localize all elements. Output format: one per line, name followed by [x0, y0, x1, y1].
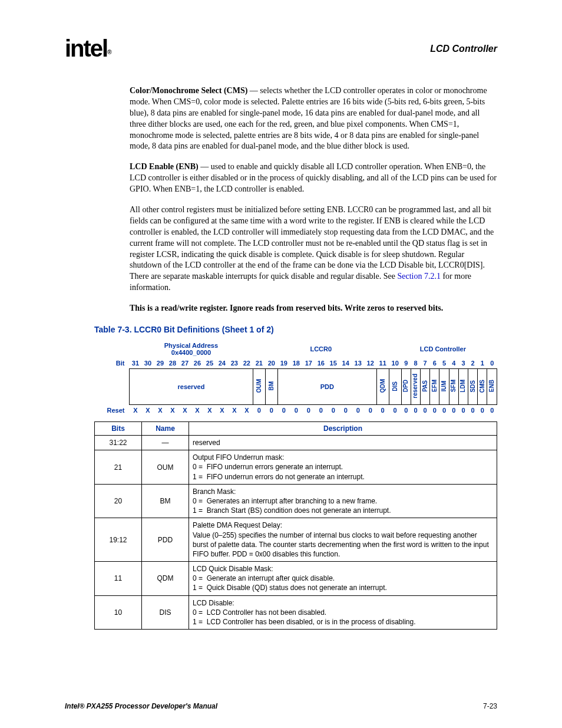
phys-addr-value: 0x4400_0000 — [130, 349, 253, 356]
paragraph-cms: Color/Monochrome Select (CMS) — selects … — [130, 85, 497, 152]
page-header: intel® LCD Controller — [65, 35, 497, 62]
field-sds: SDS — [468, 369, 478, 405]
bit-table: Physical Address 0x4400_0000 LCCR0 LCD C… — [94, 340, 497, 416]
field-ium: IUM — [439, 369, 449, 405]
field-pas: PAS — [421, 369, 430, 405]
section-link[interactable]: Section 7.2.1 — [397, 272, 441, 281]
description-table: Bits Name Description 31:22 — reserved 2… — [94, 421, 497, 630]
register-name: LCCR0 — [253, 340, 389, 358]
footer-title: Intel® PXA255 Processor Developer's Manu… — [65, 702, 217, 710]
module-name: LCD Controller — [389, 340, 497, 358]
field-cms: CMS — [478, 369, 487, 405]
table-row: 19:12 PDD Palette DMA Request Delay:Valu… — [95, 518, 497, 562]
table-row: 10 DIS LCD Disable:0 = LCD Controller ha… — [95, 595, 497, 630]
field-qdm: QDM — [376, 369, 389, 405]
field-pdd: PDD — [277, 369, 376, 405]
page-footer: Intel® PXA255 Processor Developer's Manu… — [65, 702, 497, 710]
table-caption: Table 7-3. LCCR0 Bit Definitions (Sheet … — [94, 325, 497, 334]
field-dpd: DPD — [401, 369, 411, 405]
table-row: 20 BM Branch Mask:0 = Generates an inter… — [95, 484, 497, 518]
page-number: 7-23 — [483, 702, 497, 710]
field-reserved: reserved — [130, 369, 253, 405]
table-row: 11 QDM LCD Quick Disable Mask:0 = Genera… — [95, 562, 497, 596]
phys-addr-label: Physical Address — [130, 342, 253, 349]
field-sfm: SFM — [449, 369, 458, 405]
field-bm: BM — [265, 369, 277, 405]
table-row: 31:22 — reserved — [95, 436, 497, 450]
field-ldm: LDM — [458, 369, 468, 405]
paragraph-notes: All other control registers must be init… — [130, 205, 497, 294]
reset-row: Reset XXXXXXXXXX0000000000000000000000 — [94, 405, 497, 416]
table-row: 21 OUM Output FIFO Underrun mask:0 = FIF… — [95, 450, 497, 485]
col-desc: Description — [189, 422, 497, 436]
paragraph-rw-note: This is a read/write register. Ignore re… — [130, 303, 497, 314]
intel-logo: intel® — [65, 35, 111, 62]
field-dis: DIS — [389, 369, 401, 405]
paragraph-enb: LCD Enable (ENB) — used to enable and qu… — [130, 162, 497, 195]
field-reserved-2: reserved — [411, 369, 420, 405]
col-bits: Bits — [95, 422, 142, 436]
col-name: Name — [142, 422, 189, 436]
bit-field-row: reserved OUM BM PDD QDM DIS DPD reserved… — [94, 369, 497, 405]
field-oum: OUM — [253, 369, 265, 405]
bit-number-row: Bit 313029282726252423222120191817161514… — [94, 358, 497, 369]
section-title: LCD Controller — [430, 44, 497, 54]
body-content: Color/Monochrome Select (CMS) — selects … — [130, 85, 497, 630]
field-enb: ENB — [487, 369, 497, 405]
field-efm: EFM — [430, 369, 439, 405]
